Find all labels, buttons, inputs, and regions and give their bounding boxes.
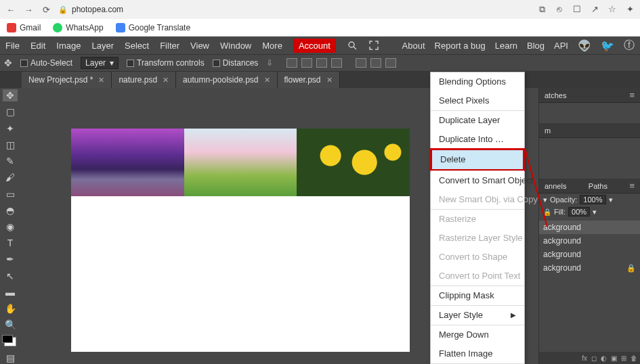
distances-checkbox[interactable]: Distances bbox=[213, 58, 259, 68]
close-icon[interactable]: ✕ bbox=[326, 76, 333, 85]
folder-icon[interactable]: ▣ bbox=[611, 355, 617, 362]
fx-icon[interactable]: fx bbox=[582, 355, 587, 362]
color-swatch[interactable] bbox=[3, 336, 18, 348]
ctx-delete[interactable]: Delete bbox=[432, 150, 523, 169]
histogram-panel-header[interactable]: m bbox=[539, 123, 640, 138]
ctx-convert-smart[interactable]: Convert to Smart Object bbox=[431, 170, 524, 190]
bookmark-whatsapp[interactable]: WhatsApp bbox=[53, 23, 103, 32]
align-top-icon[interactable] bbox=[331, 58, 342, 68]
link-learn[interactable]: Learn bbox=[495, 41, 517, 51]
link-about[interactable]: About bbox=[402, 41, 425, 51]
menu-filter[interactable]: Filter bbox=[160, 41, 179, 51]
align-right-icon[interactable] bbox=[316, 58, 327, 68]
extension-icon[interactable]: ✦ bbox=[625, 4, 635, 15]
menu-select[interactable]: Select bbox=[125, 41, 149, 51]
facebook-icon[interactable]: ⓕ bbox=[624, 39, 635, 53]
ctx-select-pixels[interactable]: Select Pixels bbox=[431, 91, 524, 110]
quickmask-tool[interactable]: ▤ bbox=[3, 352, 18, 364]
bookmark-star-icon[interactable]: ☆ bbox=[607, 4, 617, 15]
bookmark-gmail[interactable]: Gmail bbox=[7, 23, 41, 32]
delete-icon[interactable]: 🗑 bbox=[631, 355, 637, 362]
fullscreen-icon[interactable] bbox=[368, 40, 379, 51]
tab-new-project[interactable]: New Project.psd * ✕ bbox=[22, 72, 112, 88]
canvas[interactable] bbox=[71, 129, 410, 352]
twitter-icon[interactable]: 🐦 bbox=[601, 39, 614, 52]
paths-tab[interactable]: Paths bbox=[589, 182, 607, 190]
close-icon[interactable]: ✕ bbox=[98, 76, 104, 85]
forward-button[interactable]: → bbox=[23, 4, 34, 15]
panel-menu-icon[interactable]: ≡ bbox=[629, 181, 635, 191]
back-button[interactable]: ← bbox=[5, 4, 16, 15]
chevron-down-icon[interactable]: ▾ bbox=[543, 196, 547, 204]
menu-layer[interactable]: Layer bbox=[92, 41, 114, 51]
chevron-down-icon[interactable]: ▾ bbox=[609, 196, 613, 204]
distribute-v-icon[interactable] bbox=[370, 58, 381, 68]
align-center-icon[interactable] bbox=[301, 58, 312, 68]
chevron-down-icon[interactable]: ▾ bbox=[593, 208, 597, 217]
install-icon[interactable]: ⧉ bbox=[537, 4, 547, 15]
download-icon[interactable]: ⇩ bbox=[266, 58, 273, 68]
menu-image[interactable]: Image bbox=[56, 41, 81, 51]
reddit-icon[interactable]: 👽 bbox=[578, 39, 591, 52]
ctx-blending-options[interactable]: Blending Options bbox=[431, 72, 524, 91]
tab-flower[interactable]: flower.psd ✕ bbox=[278, 72, 340, 88]
distribute-space-icon[interactable] bbox=[385, 58, 396, 68]
ctx-flatten[interactable]: Flatten Image bbox=[431, 344, 524, 363]
move-tool[interactable]: ✥ bbox=[3, 89, 18, 101]
adjustment-icon[interactable]: ◐ bbox=[601, 355, 607, 362]
gradient-tool[interactable]: ◉ bbox=[3, 221, 18, 233]
translate-icon[interactable]: ⎋ bbox=[555, 4, 564, 15]
shape-tool[interactable]: ▬ bbox=[3, 286, 18, 298]
image-layer-3[interactable] bbox=[297, 129, 410, 196]
ctx-duplicate-into[interactable]: Duplicate Into … bbox=[431, 130, 524, 149]
link-blog[interactable]: Blog bbox=[527, 41, 545, 51]
reload-button[interactable]: ⟳ bbox=[41, 4, 51, 15]
search-icon[interactable] bbox=[347, 40, 358, 51]
layer-row[interactable]: ackground🔒 bbox=[539, 261, 640, 275]
eyedropper-tool[interactable]: ✎ bbox=[3, 155, 18, 167]
link-reportbug[interactable]: Report a bug bbox=[435, 41, 486, 51]
fill-input[interactable]: 00% bbox=[568, 207, 590, 217]
tab-autumn[interactable]: autumn-poolside.psd ✕ bbox=[176, 72, 277, 88]
hand-tool[interactable]: ✋ bbox=[3, 302, 18, 315]
clone-tool[interactable]: ▭ bbox=[3, 187, 18, 200]
address-bar[interactable]: 🔒 photopea.com bbox=[58, 5, 123, 14]
menu-view[interactable]: View bbox=[190, 41, 209, 51]
ctx-clipping-mask[interactable]: Clipping Mask bbox=[431, 286, 524, 305]
ctx-duplicate-layer[interactable]: Duplicate Layer bbox=[431, 110, 524, 130]
new-layer-icon[interactable]: ⊞ bbox=[621, 355, 626, 362]
marquee-tool[interactable]: ▢ bbox=[3, 106, 18, 118]
type-tool[interactable]: T bbox=[3, 237, 18, 249]
brush-tool[interactable]: 🖌 bbox=[3, 171, 18, 183]
scope-dropdown[interactable]: Layer ▾ bbox=[81, 57, 119, 69]
account-button[interactable]: Account bbox=[293, 39, 336, 53]
path-tool[interactable]: ↖ bbox=[3, 270, 18, 282]
auto-select-checkbox[interactable]: Auto-Select bbox=[20, 58, 72, 68]
close-icon[interactable]: ✕ bbox=[163, 76, 169, 85]
ctx-layer-style[interactable]: Layer Style▶ bbox=[431, 305, 524, 325]
eraser-tool[interactable]: ◓ bbox=[3, 204, 18, 217]
image-layer-2[interactable] bbox=[184, 129, 297, 196]
ctx-merge-down[interactable]: Merge Down bbox=[431, 325, 524, 344]
image-layer-1[interactable] bbox=[71, 129, 184, 196]
menu-file[interactable]: File bbox=[5, 41, 20, 51]
close-icon[interactable]: ✕ bbox=[264, 76, 270, 85]
mask-icon[interactable]: ◻ bbox=[591, 355, 597, 362]
opacity-input[interactable]: 100% bbox=[580, 195, 605, 204]
panel-menu-icon[interactable]: ≡ bbox=[629, 90, 635, 100]
share-icon[interactable]: ↗ bbox=[590, 4, 599, 15]
swatches-panel-header[interactable]: atches ≡ bbox=[539, 88, 640, 103]
crop-tool[interactable]: ◫ bbox=[3, 139, 18, 151]
pen-tool[interactable]: ✒ bbox=[3, 253, 18, 265]
menu-window[interactable]: Window bbox=[220, 41, 251, 51]
bookmark-translate[interactable]: Google Translate bbox=[116, 23, 190, 32]
transform-checkbox[interactable]: Transform controls bbox=[127, 58, 205, 68]
distribute-h-icon[interactable] bbox=[356, 58, 366, 68]
zoom-tool[interactable]: 🔍 bbox=[3, 319, 18, 331]
channels-tab[interactable]: annels bbox=[545, 182, 566, 190]
menu-edit[interactable]: Edit bbox=[30, 41, 45, 51]
wand-tool[interactable]: ✦ bbox=[3, 122, 18, 134]
tab-nature[interactable]: nature.psd ✕ bbox=[112, 72, 176, 88]
layer-row[interactable]: ackground bbox=[539, 221, 640, 234]
align-left-icon[interactable] bbox=[286, 58, 297, 68]
